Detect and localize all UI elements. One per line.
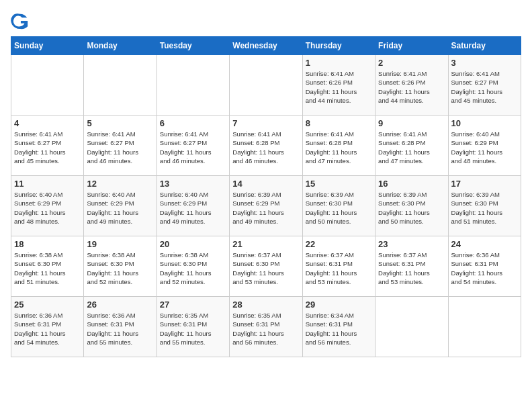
day-header-monday: Monday bbox=[84, 37, 157, 55]
calendar-cell: 12Sunrise: 6:40 AM Sunset: 6:29 PM Dayli… bbox=[84, 176, 157, 236]
calendar-cell: 23Sunrise: 6:37 AM Sunset: 6:31 PM Dayli… bbox=[375, 236, 448, 297]
calendar-cell: 7Sunrise: 6:41 AM Sunset: 6:28 PM Daylig… bbox=[230, 116, 302, 176]
calendar-cell: 24Sunrise: 6:36 AM Sunset: 6:31 PM Dayli… bbox=[448, 236, 521, 297]
day-detail: Sunrise: 6:38 AM Sunset: 6:30 PM Dayligh… bbox=[87, 250, 153, 286]
calendar-cell: 25Sunrise: 6:36 AM Sunset: 6:31 PM Dayli… bbox=[11, 297, 84, 357]
day-number: 19 bbox=[87, 239, 153, 249]
day-number: 5 bbox=[87, 118, 153, 128]
logo bbox=[11, 11, 32, 30]
day-detail: Sunrise: 6:34 AM Sunset: 6:31 PM Dayligh… bbox=[306, 311, 372, 347]
day-header-friday: Friday bbox=[375, 37, 448, 55]
day-number: 2 bbox=[378, 58, 445, 68]
calendar-cell: 9Sunrise: 6:41 AM Sunset: 6:28 PM Daylig… bbox=[375, 116, 448, 176]
day-detail: Sunrise: 6:37 AM Sunset: 6:30 PM Dayligh… bbox=[232, 250, 299, 286]
day-header-tuesday: Tuesday bbox=[157, 37, 229, 55]
calendar-cell: 3Sunrise: 6:41 AM Sunset: 6:27 PM Daylig… bbox=[448, 55, 521, 116]
calendar-cell bbox=[11, 55, 84, 116]
calendar-cell: 17Sunrise: 6:39 AM Sunset: 6:30 PM Dayli… bbox=[448, 176, 521, 236]
calendar-cell: 14Sunrise: 6:39 AM Sunset: 6:29 PM Dayli… bbox=[230, 176, 302, 236]
calendar-cell bbox=[230, 55, 302, 116]
calendar-cell: 6Sunrise: 6:41 AM Sunset: 6:27 PM Daylig… bbox=[157, 116, 229, 176]
day-number: 24 bbox=[451, 239, 518, 249]
day-number: 13 bbox=[160, 179, 226, 189]
day-detail: Sunrise: 6:41 AM Sunset: 6:27 PM Dayligh… bbox=[14, 130, 81, 165]
day-number: 9 bbox=[378, 118, 445, 128]
day-detail: Sunrise: 6:39 AM Sunset: 6:30 PM Dayligh… bbox=[451, 190, 518, 226]
calendar-week-1: 1Sunrise: 6:41 AM Sunset: 6:26 PM Daylig… bbox=[11, 55, 521, 116]
day-number: 23 bbox=[378, 239, 445, 249]
day-detail: Sunrise: 6:36 AM Sunset: 6:31 PM Dayligh… bbox=[87, 311, 153, 347]
day-detail: Sunrise: 6:41 AM Sunset: 6:28 PM Dayligh… bbox=[306, 130, 372, 165]
calendar-week-2: 4Sunrise: 6:41 AM Sunset: 6:27 PM Daylig… bbox=[11, 116, 521, 176]
calendar-cell bbox=[84, 55, 157, 116]
day-header-saturday: Saturday bbox=[448, 37, 521, 55]
calendar-cell: 5Sunrise: 6:41 AM Sunset: 6:27 PM Daylig… bbox=[84, 116, 157, 176]
calendar-cell: 21Sunrise: 6:37 AM Sunset: 6:30 PM Dayli… bbox=[230, 236, 302, 297]
day-detail: Sunrise: 6:40 AM Sunset: 6:29 PM Dayligh… bbox=[451, 130, 518, 165]
day-header-sunday: Sunday bbox=[11, 37, 84, 55]
day-number: 28 bbox=[232, 300, 299, 310]
day-detail: Sunrise: 6:38 AM Sunset: 6:30 PM Dayligh… bbox=[14, 250, 81, 286]
day-header-wednesday: Wednesday bbox=[230, 37, 302, 55]
day-detail: Sunrise: 6:38 AM Sunset: 6:30 PM Dayligh… bbox=[160, 250, 226, 286]
day-detail: Sunrise: 6:40 AM Sunset: 6:29 PM Dayligh… bbox=[160, 190, 226, 226]
calendar-cell: 29Sunrise: 6:34 AM Sunset: 6:31 PM Dayli… bbox=[302, 297, 375, 357]
day-number: 12 bbox=[87, 179, 153, 189]
calendar-cell: 26Sunrise: 6:36 AM Sunset: 6:31 PM Dayli… bbox=[84, 297, 157, 357]
day-detail: Sunrise: 6:35 AM Sunset: 6:31 PM Dayligh… bbox=[232, 311, 299, 347]
day-number: 18 bbox=[14, 239, 81, 249]
calendar-cell: 22Sunrise: 6:37 AM Sunset: 6:31 PM Dayli… bbox=[302, 236, 375, 297]
day-detail: Sunrise: 6:41 AM Sunset: 6:26 PM Dayligh… bbox=[306, 69, 372, 105]
day-detail: Sunrise: 6:39 AM Sunset: 6:29 PM Dayligh… bbox=[232, 190, 299, 226]
day-header-thursday: Thursday bbox=[302, 37, 375, 55]
day-detail: Sunrise: 6:36 AM Sunset: 6:31 PM Dayligh… bbox=[14, 311, 81, 347]
day-number: 11 bbox=[14, 179, 81, 189]
calendar-cell bbox=[375, 297, 448, 357]
calendar-week-4: 18Sunrise: 6:38 AM Sunset: 6:30 PM Dayli… bbox=[11, 236, 521, 297]
day-detail: Sunrise: 6:37 AM Sunset: 6:31 PM Dayligh… bbox=[306, 250, 372, 286]
day-number: 14 bbox=[232, 179, 299, 189]
calendar-cell: 19Sunrise: 6:38 AM Sunset: 6:30 PM Dayli… bbox=[84, 236, 157, 297]
day-number: 20 bbox=[160, 239, 226, 249]
day-number: 27 bbox=[160, 300, 226, 310]
calendar-cell: 15Sunrise: 6:39 AM Sunset: 6:30 PM Dayli… bbox=[302, 176, 375, 236]
calendar-cell: 2Sunrise: 6:41 AM Sunset: 6:26 PM Daylig… bbox=[375, 55, 448, 116]
day-number: 25 bbox=[14, 300, 81, 310]
day-detail: Sunrise: 6:39 AM Sunset: 6:30 PM Dayligh… bbox=[306, 190, 372, 226]
day-number: 21 bbox=[232, 239, 299, 249]
calendar-table: SundayMondayTuesdayWednesdayThursdayFrid… bbox=[11, 36, 521, 357]
calendar-cell: 11Sunrise: 6:40 AM Sunset: 6:29 PM Dayli… bbox=[11, 176, 84, 236]
day-number: 8 bbox=[306, 118, 372, 128]
calendar-cell: 1Sunrise: 6:41 AM Sunset: 6:26 PM Daylig… bbox=[302, 55, 375, 116]
calendar-week-5: 25Sunrise: 6:36 AM Sunset: 6:31 PM Dayli… bbox=[11, 297, 521, 357]
day-number: 15 bbox=[306, 179, 372, 189]
day-detail: Sunrise: 6:41 AM Sunset: 6:27 PM Dayligh… bbox=[451, 69, 518, 105]
calendar-cell: 20Sunrise: 6:38 AM Sunset: 6:30 PM Dayli… bbox=[157, 236, 229, 297]
calendar-cell: 27Sunrise: 6:35 AM Sunset: 6:31 PM Dayli… bbox=[157, 297, 229, 357]
calendar-cell: 18Sunrise: 6:38 AM Sunset: 6:30 PM Dayli… bbox=[11, 236, 84, 297]
day-number: 10 bbox=[451, 118, 518, 128]
calendar-week-3: 11Sunrise: 6:40 AM Sunset: 6:29 PM Dayli… bbox=[11, 176, 521, 236]
calendar-cell bbox=[157, 55, 229, 116]
day-detail: Sunrise: 6:40 AM Sunset: 6:29 PM Dayligh… bbox=[87, 190, 153, 226]
day-number: 22 bbox=[306, 239, 372, 249]
calendar-cell: 10Sunrise: 6:40 AM Sunset: 6:29 PM Dayli… bbox=[448, 116, 521, 176]
calendar-cell: 8Sunrise: 6:41 AM Sunset: 6:28 PM Daylig… bbox=[302, 116, 375, 176]
calendar-cell: 28Sunrise: 6:35 AM Sunset: 6:31 PM Dayli… bbox=[230, 297, 302, 357]
day-detail: Sunrise: 6:41 AM Sunset: 6:28 PM Dayligh… bbox=[232, 130, 299, 165]
day-detail: Sunrise: 6:41 AM Sunset: 6:27 PM Dayligh… bbox=[160, 130, 226, 165]
calendar-cell: 4Sunrise: 6:41 AM Sunset: 6:27 PM Daylig… bbox=[11, 116, 84, 176]
calendar-cell: 16Sunrise: 6:39 AM Sunset: 6:30 PM Dayli… bbox=[375, 176, 448, 236]
day-number: 4 bbox=[14, 118, 81, 128]
calendar-header: SundayMondayTuesdayWednesdayThursdayFrid… bbox=[11, 37, 521, 55]
day-detail: Sunrise: 6:35 AM Sunset: 6:31 PM Dayligh… bbox=[160, 311, 226, 347]
page-header bbox=[11, 11, 521, 30]
day-number: 6 bbox=[160, 118, 226, 128]
day-detail: Sunrise: 6:39 AM Sunset: 6:30 PM Dayligh… bbox=[378, 190, 445, 226]
day-detail: Sunrise: 6:41 AM Sunset: 6:28 PM Dayligh… bbox=[378, 130, 445, 165]
day-number: 1 bbox=[306, 58, 372, 68]
day-detail: Sunrise: 6:40 AM Sunset: 6:29 PM Dayligh… bbox=[14, 190, 81, 226]
day-number: 29 bbox=[306, 300, 372, 310]
day-number: 16 bbox=[378, 179, 445, 189]
day-detail: Sunrise: 6:41 AM Sunset: 6:27 PM Dayligh… bbox=[87, 130, 153, 165]
